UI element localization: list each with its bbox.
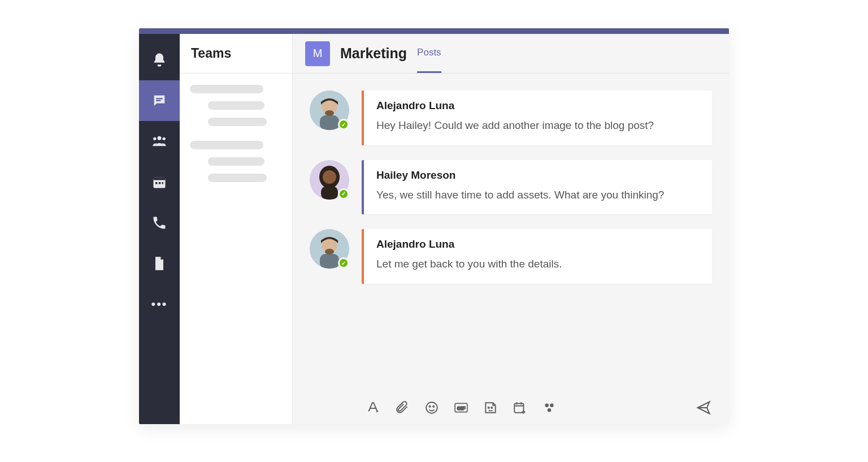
attach-icon[interactable] bbox=[394, 400, 410, 416]
rail-teams[interactable] bbox=[139, 121, 180, 162]
format-icon[interactable] bbox=[365, 400, 381, 416]
post-author: Alejandro Luna bbox=[376, 100, 700, 112]
svg-rect-1 bbox=[156, 100, 160, 101]
svg-point-25 bbox=[491, 407, 492, 408]
nav-rail: ••• bbox=[139, 34, 180, 424]
placeholder-line bbox=[208, 118, 267, 126]
placeholder-line bbox=[208, 157, 264, 166]
presence-available-icon bbox=[338, 188, 349, 200]
presence-available-icon bbox=[338, 119, 349, 130]
post: Alejandro Luna Hey Hailey! Could we add … bbox=[310, 90, 712, 145]
svg-point-20 bbox=[429, 406, 431, 407]
sidebar: Teams bbox=[180, 34, 293, 424]
svg-rect-17 bbox=[320, 254, 339, 269]
placeholder-line bbox=[208, 101, 264, 110]
emoji-icon[interactable] bbox=[424, 400, 440, 416]
app-window: ••• Teams M Mark bbox=[139, 28, 729, 424]
svg-rect-9 bbox=[162, 182, 163, 184]
post: Hailey Moreson Yes, we still have time t… bbox=[310, 160, 712, 215]
svg-rect-6 bbox=[154, 178, 166, 180]
placeholder-line bbox=[190, 85, 263, 93]
svg-point-29 bbox=[548, 408, 552, 412]
avatar bbox=[310, 229, 349, 269]
post-message: Hey Hailey! Could we add another image t… bbox=[376, 118, 700, 134]
svg-rect-8 bbox=[159, 182, 161, 184]
svg-point-2 bbox=[158, 136, 162, 140]
svg-point-3 bbox=[153, 137, 156, 140]
svg-point-27 bbox=[545, 403, 549, 407]
sidebar-group bbox=[190, 85, 282, 126]
rail-more[interactable]: ••• bbox=[139, 284, 180, 325]
svg-rect-7 bbox=[155, 182, 158, 184]
rail-calendar[interactable] bbox=[139, 162, 180, 202]
svg-rect-0 bbox=[156, 98, 163, 99]
presence-available-icon bbox=[338, 257, 349, 269]
sidebar-title: Teams bbox=[180, 34, 292, 74]
people-icon bbox=[151, 133, 167, 149]
post-bubble[interactable]: Alejandro Luna Let me get back to you wi… bbox=[362, 229, 712, 284]
file-icon bbox=[151, 256, 167, 271]
compose-icons: GIF bbox=[365, 400, 557, 416]
svg-point-19 bbox=[426, 402, 437, 413]
compose-bar: GIF bbox=[293, 396, 729, 424]
sidebar-group bbox=[190, 141, 282, 182]
svg-point-14 bbox=[323, 170, 336, 184]
rail-calls[interactable] bbox=[139, 202, 180, 243]
avatar bbox=[310, 160, 349, 200]
rail-activity[interactable] bbox=[139, 40, 180, 80]
svg-rect-11 bbox=[320, 115, 339, 130]
calendar-icon bbox=[151, 174, 167, 190]
rail-files[interactable] bbox=[139, 243, 180, 284]
svg-point-24 bbox=[488, 407, 489, 408]
svg-rect-15 bbox=[321, 186, 338, 200]
post: Alejandro Luna Let me get back to you wi… bbox=[310, 229, 712, 284]
post-author: Alejandro Luna bbox=[376, 238, 700, 251]
phone-icon bbox=[151, 215, 167, 231]
bell-icon bbox=[151, 52, 167, 68]
svg-point-28 bbox=[550, 403, 554, 407]
sidebar-body bbox=[180, 74, 292, 208]
channel-header: M Marketing Posts bbox=[293, 34, 729, 74]
post-author: Hailey Moreson bbox=[376, 169, 700, 182]
posts-thread: Alejandro Luna Hey Hailey! Could we add … bbox=[293, 74, 729, 396]
placeholder-line bbox=[190, 141, 263, 149]
rail-chat[interactable] bbox=[139, 80, 180, 121]
gif-icon[interactable]: GIF bbox=[453, 400, 469, 416]
svg-point-18 bbox=[325, 249, 334, 254]
avatar bbox=[310, 90, 349, 130]
post-message: Yes, we still have time to add assets. W… bbox=[376, 187, 700, 204]
schedule-icon[interactable] bbox=[512, 400, 528, 416]
post-bubble[interactable]: Alejandro Luna Hey Hailey! Could we add … bbox=[362, 90, 712, 145]
titlebar bbox=[139, 28, 729, 34]
tab-posts[interactable]: Posts bbox=[417, 47, 441, 61]
svg-rect-26 bbox=[514, 403, 523, 412]
apps-icon[interactable] bbox=[541, 400, 557, 416]
svg-point-12 bbox=[325, 110, 334, 116]
channel-name: Marketing bbox=[340, 45, 407, 62]
svg-point-21 bbox=[433, 406, 434, 407]
svg-text:GIF: GIF bbox=[457, 405, 465, 411]
sticker-icon[interactable] bbox=[483, 400, 498, 416]
app-layout: ••• Teams M Mark bbox=[139, 34, 729, 424]
main-panel: M Marketing Posts bbox=[293, 34, 729, 424]
post-message: Let me get back to you with the details. bbox=[376, 256, 700, 273]
post-bubble[interactable]: Hailey Moreson Yes, we still have time t… bbox=[362, 160, 712, 215]
more-icon: ••• bbox=[151, 297, 167, 312]
channel-avatar: M bbox=[305, 41, 330, 66]
placeholder-line bbox=[208, 174, 267, 182]
svg-point-4 bbox=[162, 137, 165, 140]
send-button[interactable] bbox=[695, 399, 712, 416]
chat-icon bbox=[151, 93, 167, 109]
